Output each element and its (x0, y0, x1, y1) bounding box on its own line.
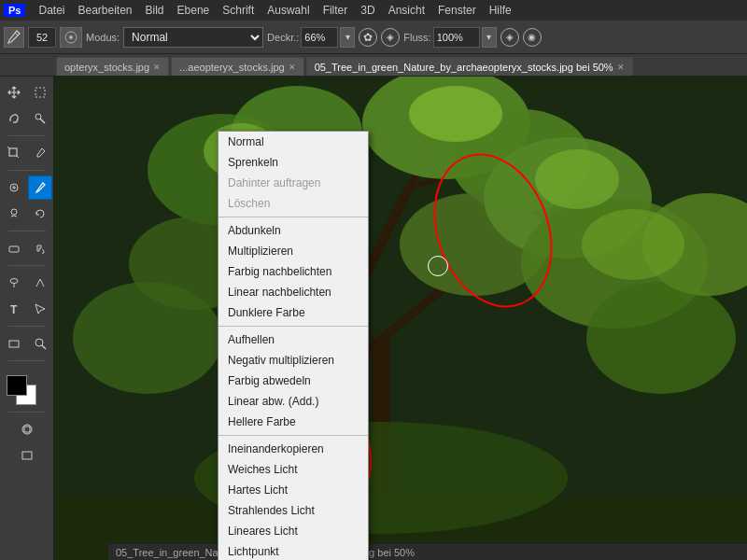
flow-input[interactable]: 100% (433, 27, 480, 48)
brush-size-icon: 52 (28, 27, 56, 48)
tab-close-1[interactable]: ✕ (289, 63, 296, 72)
svg-point-47 (535, 149, 619, 209)
tool-row-9 (2, 331, 52, 356)
lasso-tool[interactable] (2, 106, 26, 131)
svg-point-12 (11, 209, 17, 215)
history-tool[interactable] (28, 202, 52, 226)
color-picker[interactable] (10, 370, 44, 403)
dd-item-dahinter-auftragen: Dahinter auftragen (218, 173, 368, 193)
crop-tool[interactable] (2, 141, 26, 165)
blend-mode-select[interactable]: Normal (123, 27, 263, 48)
menu-3d[interactable]: 3D (355, 2, 380, 19)
brush-preset-icon[interactable] (60, 27, 82, 48)
opacity-input[interactable]: 66% (301, 27, 338, 48)
dd-item-multiplizieren[interactable]: Multiplizieren (218, 241, 368, 261)
flow-label: Fluss: (403, 32, 430, 43)
menu-datei[interactable]: Datei (33, 2, 70, 19)
mode-label: Modus: (86, 32, 120, 43)
eyedropper-tool[interactable] (28, 141, 52, 165)
foreground-color[interactable] (7, 375, 27, 396)
dd-divider-4 (218, 217, 368, 217)
menu-ebene[interactable]: Ebene (172, 2, 216, 19)
divider-1 (8, 135, 46, 136)
dd-item-hellere-farbe[interactable]: Hellere Farbe (218, 412, 368, 432)
dd-item-farbig-nachbelichten[interactable]: Farbig nachbelichten (218, 261, 368, 282)
dd-item-aufhellen[interactable]: Aufhellen (218, 329, 368, 350)
menu-bild[interactable]: Bild (140, 2, 170, 19)
divider-6 (8, 360, 46, 361)
dd-item-weiches-licht[interactable]: Weiches Licht (218, 459, 368, 480)
toolbar: 52 Modus: Normal Deckr.: 66% ▾ ✿ ◈ Fluss… (0, 21, 747, 54)
brush-tool[interactable] (28, 175, 52, 200)
clone-tool[interactable] (2, 202, 26, 226)
svg-point-46 (409, 86, 502, 142)
divider-2 (8, 170, 46, 171)
dd-item-negativ-multiplizieren[interactable]: Negativ multiplizieren (218, 350, 368, 371)
mask-mode-btn[interactable] (15, 417, 39, 441)
left-tools-panel: T (0, 77, 54, 560)
dd-item-hartes-licht[interactable]: Hartes Licht (218, 480, 368, 500)
svg-rect-13 (9, 246, 19, 252)
tool-row-6 (2, 236, 52, 260)
path-select-tool[interactable] (28, 297, 52, 321)
menu-filter[interactable]: Filter (317, 2, 354, 19)
zoom-tool[interactable] (28, 331, 52, 356)
tab-bar: opteryx_stocks.jpg ✕ ...aeopteryx_stocks… (0, 54, 747, 77)
tool-row-5 (2, 202, 52, 226)
tab-0[interactable]: opteryx_stocks.jpg ✕ (56, 57, 169, 76)
flow-dropdown-btn[interactable]: ▾ (482, 27, 497, 48)
airbrush-icon[interactable]: ✿ (359, 28, 377, 47)
move-tool[interactable] (2, 80, 26, 105)
canvas-area[interactable]: NormalSprenkelnDahinter auftragenLöschen… (54, 77, 747, 560)
screen-mode-btn[interactable] (15, 443, 39, 468)
divider-4 (8, 265, 46, 266)
svg-text:T: T (10, 303, 18, 315)
menu-auswahl[interactable]: Auswahl (261, 2, 315, 19)
tab-2[interactable]: 05_Tree_in_green_Nature_by_archaeopteryx… (306, 57, 633, 76)
menu-ansicht[interactable]: Ansicht (383, 2, 430, 19)
opacity-dropdown-btn[interactable]: ▾ (340, 27, 355, 48)
dd-item-normal[interactable]: Normal (218, 132, 368, 152)
tool-row-3 (2, 141, 52, 165)
svg-line-0 (15, 33, 18, 35)
flow-tablet-icon[interactable]: ◈ (500, 28, 519, 47)
menu-bearbeiten[interactable]: Bearbeiten (72, 2, 137, 19)
dd-item-farbig-abwedeln[interactable]: Farbig abwedeln (218, 371, 368, 391)
tool-row-4 (2, 175, 52, 200)
text-tool[interactable]: T (2, 297, 26, 321)
tablet-pressure-icon[interactable]: ◈ (381, 28, 400, 47)
dodge-tool[interactable] (2, 271, 26, 295)
dd-item-sprenkeln[interactable]: Sprenkeln (218, 152, 368, 173)
svg-rect-6 (9, 148, 17, 156)
dd-item-linear-nachbelichten[interactable]: Linear nachbelichten (218, 282, 368, 302)
magic-wand-tool[interactable] (28, 106, 52, 131)
eraser-tool[interactable] (2, 236, 26, 260)
healing-tool[interactable] (2, 175, 26, 200)
dd-item-linear-abw.-(add.)[interactable]: Linear abw. (Add.) (218, 391, 368, 412)
opacity-control: Deckr.: 66% ▾ (267, 27, 355, 48)
svg-point-42 (586, 282, 736, 394)
blend-mode-dropdown[interactable]: NormalSprenkelnDahinter auftragenLöschen… (218, 131, 369, 560)
svg-point-14 (10, 279, 18, 284)
shape-tool[interactable] (2, 331, 26, 356)
bucket-tool[interactable] (28, 236, 52, 260)
svg-rect-22 (22, 452, 32, 459)
pen-tool[interactable] (28, 271, 52, 295)
menu-schrift[interactable]: Schrift (217, 2, 260, 19)
menu-fenster[interactable]: Fenster (432, 2, 482, 19)
dd-item-ineinanderkopieren[interactable]: Ineinanderkopieren (218, 439, 368, 459)
dd-item-strahlendes-licht[interactable]: Strahlendes Licht (218, 500, 368, 521)
tool-row-8: T (2, 297, 52, 321)
select-tool[interactable] (28, 80, 52, 105)
svg-point-48 (582, 209, 684, 280)
dd-item-lineares-licht[interactable]: Lineares Licht (218, 521, 368, 541)
dd-item-dunklere-farbe[interactable]: Dunklere Farbe (218, 302, 368, 323)
extra-icon[interactable]: ◉ (523, 28, 542, 47)
menu-hilfe[interactable]: Hilfe (484, 2, 517, 19)
tab-1[interactable]: ...aeopteryx_stocks.jpg ✕ (171, 57, 304, 76)
brush-tool-icon[interactable] (4, 27, 24, 48)
dd-item-lichtpunkt[interactable]: Lichtpunkt (218, 541, 368, 560)
dd-item-abdunkeln[interactable]: Abdunkeln (218, 220, 368, 241)
tab-close-0[interactable]: ✕ (153, 63, 161, 72)
tab-close-2[interactable]: ✕ (617, 63, 625, 72)
